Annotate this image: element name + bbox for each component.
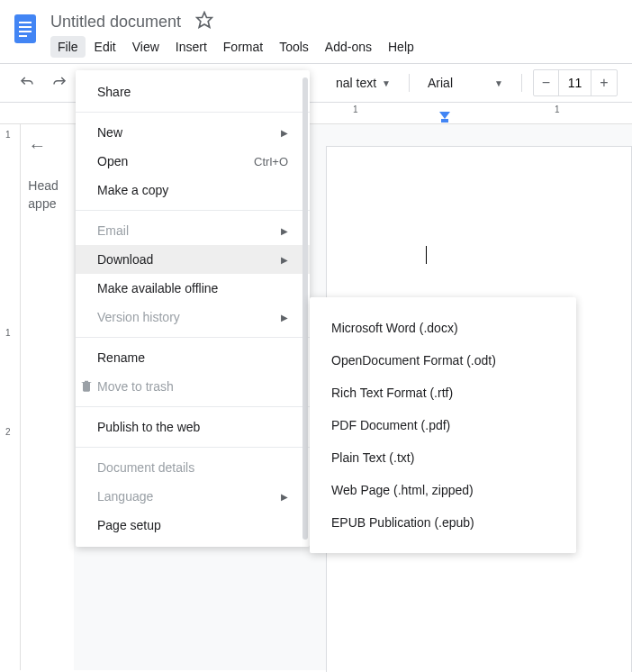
separator xyxy=(521,74,522,92)
download-html[interactable]: Web Page (.html, zipped) xyxy=(310,474,576,506)
text-cursor xyxy=(426,246,427,264)
download-rtf[interactable]: Rich Text Format (.rtf) xyxy=(310,377,576,409)
vertical-ruler: 1 1 2 xyxy=(0,124,21,670)
separator xyxy=(409,74,410,92)
indent-marker-icon[interactable] xyxy=(439,112,450,124)
svg-rect-1 xyxy=(19,22,32,23)
ruler-mark: 2 xyxy=(5,427,11,437)
svg-rect-4 xyxy=(19,35,27,37)
menu-item-doc-details[interactable]: Document details xyxy=(76,453,310,482)
outline-placeholder: Head appe xyxy=(28,177,67,213)
star-icon[interactable] xyxy=(195,11,213,32)
menu-item-move-trash[interactable]: Move to trash xyxy=(76,372,310,401)
menu-help[interactable]: Help xyxy=(381,36,421,58)
menu-scrollbar[interactable] xyxy=(302,77,308,540)
menu-item-version-history[interactable]: Version history▶ xyxy=(76,303,310,331)
download-docx[interactable]: Microsoft Word (.docx) xyxy=(310,312,576,344)
font-size-decrease[interactable]: − xyxy=(534,70,559,95)
menu-divider xyxy=(76,447,310,448)
font-select[interactable]: Arial ▼ xyxy=(420,72,510,94)
ruler-mark: 1 xyxy=(5,328,11,338)
menu-item-make-copy[interactable]: Make a copy xyxy=(76,176,310,204)
menu-item-download[interactable]: Download▶ xyxy=(76,245,310,274)
menu-addons[interactable]: Add-ons xyxy=(318,36,379,58)
menu-edit[interactable]: Edit xyxy=(87,36,123,58)
download-submenu: Microsoft Word (.docx) OpenDocument Form… xyxy=(310,297,576,553)
chevron-down-icon: ▼ xyxy=(382,78,391,88)
ruler-mark: 1 xyxy=(555,104,560,114)
menu-item-offline[interactable]: Make available offline xyxy=(76,274,310,303)
outline-panel: ← Head appe xyxy=(21,124,74,670)
trash-icon xyxy=(79,378,94,395)
shortcut-label: Ctrl+O xyxy=(254,155,288,168)
ruler-mark: 1 xyxy=(353,104,358,114)
download-txt[interactable]: Plain Text (.txt) xyxy=(310,441,576,474)
document-title[interactable]: Untitled document xyxy=(50,13,181,32)
menu-item-page-setup[interactable]: Page setup xyxy=(76,511,310,540)
submenu-arrow-icon: ▶ xyxy=(281,128,288,138)
download-odt[interactable]: OpenDocument Format (.odt) xyxy=(310,344,576,377)
redo-button[interactable] xyxy=(47,70,72,95)
menu-format[interactable]: Format xyxy=(216,36,270,58)
menu-tools[interactable]: Tools xyxy=(272,36,316,58)
menu-divider xyxy=(76,406,310,407)
paragraph-style-select[interactable]: nal text ▼ xyxy=(329,72,398,94)
menubar: File Edit View Insert Format Tools Add-o… xyxy=(50,34,632,63)
style-label: nal text xyxy=(336,76,376,90)
svg-rect-3 xyxy=(19,31,32,32)
header: Untitled document File Edit View Insert … xyxy=(0,0,632,63)
undo-button[interactable] xyxy=(14,70,40,95)
menu-item-open[interactable]: OpenCtrl+O xyxy=(76,147,310,176)
menu-file[interactable]: File xyxy=(50,36,86,58)
menu-view[interactable]: View xyxy=(125,36,167,58)
file-dropdown: Share New▶ OpenCtrl+O Make a copy Email▶… xyxy=(76,70,310,547)
back-arrow-icon[interactable]: ← xyxy=(28,135,67,156)
menu-insert[interactable]: Insert xyxy=(168,36,214,58)
submenu-arrow-icon: ▶ xyxy=(281,255,288,265)
menu-divider xyxy=(76,337,310,338)
chevron-down-icon: ▼ xyxy=(494,78,503,88)
ruler-mark: 1 xyxy=(5,130,11,140)
menu-item-email[interactable]: Email▶ xyxy=(76,216,310,245)
docs-logo[interactable] xyxy=(7,11,43,47)
svg-rect-7 xyxy=(441,119,448,123)
svg-marker-5 xyxy=(197,13,212,28)
submenu-arrow-icon: ▶ xyxy=(281,226,288,236)
font-size-group: − 11 + xyxy=(533,69,618,96)
submenu-arrow-icon: ▶ xyxy=(281,492,288,502)
menu-item-language[interactable]: Language▶ xyxy=(76,482,310,511)
menu-divider xyxy=(76,112,310,113)
menu-item-publish[interactable]: Publish to the web xyxy=(76,413,310,441)
menu-divider xyxy=(76,210,310,211)
svg-rect-2 xyxy=(19,26,32,28)
doc-area: Untitled document File Edit View Insert … xyxy=(50,7,632,63)
menu-item-new[interactable]: New▶ xyxy=(76,118,310,147)
download-epub[interactable]: EPUB Publication (.epub) xyxy=(310,506,576,539)
font-size-increase[interactable]: + xyxy=(591,70,617,95)
menu-item-share[interactable]: Share xyxy=(76,77,310,106)
download-pdf[interactable]: PDF Document (.pdf) xyxy=(310,409,576,441)
font-size-value[interactable]: 11 xyxy=(559,70,591,95)
font-label: Arial xyxy=(428,76,453,90)
menu-item-rename[interactable]: Rename xyxy=(76,343,310,372)
svg-marker-6 xyxy=(439,112,450,119)
svg-rect-0 xyxy=(14,14,36,43)
submenu-arrow-icon: ▶ xyxy=(281,313,288,322)
